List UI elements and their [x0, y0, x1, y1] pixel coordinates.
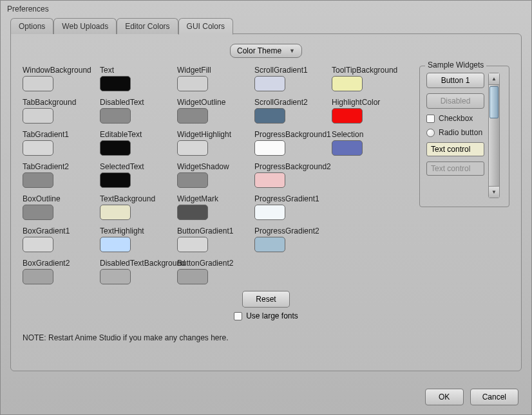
color-swatch-text[interactable] [100, 76, 131, 91]
swatch-label: Text [100, 66, 176, 75]
sample-legend: Sample Widgets [425, 60, 486, 69]
swatch-label: WidgetFill [177, 66, 253, 75]
preferences-window: Preferences Options Web Uploads Editor C… [0, 0, 532, 415]
swatch-label: WidgetMark [177, 194, 253, 203]
tab-editor-colors[interactable]: Editor Colors [117, 18, 178, 34]
swatch-label: ButtonGradient1 [177, 226, 253, 235]
color-theme-dropdown[interactable]: Color Theme ▼ [230, 44, 302, 58]
color-swatch-widgetshadow[interactable] [177, 172, 208, 188]
reset-button[interactable]: Reset [242, 291, 289, 308]
checkbox-box-icon [426, 115, 435, 123]
swatch-label: WidgetHighlight [177, 130, 253, 139]
swatch-label: ProgressBackground1 [254, 130, 330, 139]
tab-strip: Options Web Uploads Editor Colors GUI Co… [10, 18, 522, 34]
color-swatch-progressgradient1[interactable] [254, 205, 285, 220]
radio-circle-icon [426, 129, 435, 137]
scroll-down-icon[interactable]: ▼ [489, 186, 499, 198]
swatch-label: HighlightColor [332, 98, 408, 107]
checkbox-label: Checkbox [439, 114, 473, 123]
color-swatch-progressbackground1[interactable] [254, 140, 285, 156]
swatch-label: TabGradient1 [23, 130, 99, 139]
swatch-label: TabGradient2 [23, 162, 99, 171]
swatch-label: ScrollGradient1 [254, 66, 330, 75]
ok-button[interactable]: OK [425, 389, 464, 405]
color-swatch-scrollgradient2[interactable] [254, 108, 285, 124]
tab-gui-colors[interactable]: GUI Colors [178, 18, 233, 35]
chevron-down-icon: ▼ [289, 48, 295, 54]
color-swatch-widgethighlight[interactable] [177, 140, 208, 156]
dropdown-label: Color Theme [237, 46, 281, 55]
swatch-label: EditableText [100, 130, 176, 139]
color-swatch-selection[interactable] [332, 140, 363, 156]
swatch-label: WidgetShadow [177, 162, 253, 171]
sample-text-control-disabled: Text control [426, 161, 484, 176]
color-swatch-widgetoutline[interactable] [177, 108, 208, 124]
swatch-label: ProgressGradient2 [254, 226, 330, 235]
swatch-label: TextBackground [100, 194, 176, 203]
cancel-button[interactable]: Cancel [470, 389, 518, 405]
swatch-label: BoxGradient1 [23, 226, 99, 235]
swatch-label: DisabledText [100, 98, 176, 107]
restart-note: NOTE: Restart Anime Studio if you make a… [23, 333, 509, 342]
dialog-footer: OK Cancel [425, 389, 518, 405]
swatch-label: ScrollGradient2 [254, 98, 330, 107]
sample-checkbox[interactable]: Checkbox [426, 114, 484, 123]
color-swatch-tabbackground[interactable] [23, 108, 53, 124]
window-title: Preferences [1, 1, 531, 17]
swatch-label: ProgressGradient1 [254, 194, 330, 203]
color-swatch-textbackground[interactable] [100, 205, 131, 220]
scroll-thumb[interactable] [489, 86, 499, 118]
color-swatch-disabledtextbackground[interactable] [100, 269, 131, 284]
color-swatch-disabledtext[interactable] [100, 108, 131, 124]
large-fonts-checkbox[interactable]: Use large fonts [23, 311, 509, 320]
radio-label: Radio button [439, 128, 482, 137]
sample-scrollbar[interactable]: ▲ ▼ [488, 73, 500, 198]
sample-radio[interactable]: Radio button [426, 128, 484, 137]
swatch-label: ToolTipBackground [332, 66, 408, 75]
swatch-label: WindowBackground [23, 66, 99, 75]
swatch-label: WidgetOutline [177, 98, 253, 107]
sample-widgets-group: Sample Widgets Button 1 Disabled Checkbo… [419, 66, 509, 207]
color-swatch-scrollgradient1[interactable] [254, 76, 285, 91]
color-swatch-boxgradient2[interactable] [23, 269, 53, 284]
swatch-label: TextHighlight [100, 226, 176, 235]
color-swatch-highlightcolor[interactable] [332, 108, 363, 124]
tab-web-uploads[interactable]: Web Uploads [53, 18, 117, 34]
swatch-label: ProgressBackground2 [254, 162, 330, 171]
color-swatch-windowbackground[interactable] [23, 76, 53, 91]
sample-text-control[interactable]: Text control [426, 142, 484, 156]
color-swatch-tabgradient2[interactable] [23, 172, 53, 188]
color-swatch-widgetfill[interactable] [177, 76, 208, 91]
color-swatch-boxoutline[interactable] [23, 205, 53, 220]
large-fonts-label: Use large fonts [246, 311, 298, 320]
color-swatch-progressgradient2[interactable] [254, 237, 285, 252]
checkbox-box-icon [234, 312, 242, 320]
swatch-label: Selection [332, 130, 408, 139]
color-swatch-texthighlight[interactable] [100, 237, 131, 252]
swatch-label: ButtonGradient2 [177, 259, 253, 268]
tab-panel: Color Theme ▼ WindowBackgroundTextWidget… [10, 33, 522, 371]
color-swatch-boxgradient1[interactable] [23, 237, 53, 252]
tab-options[interactable]: Options [10, 18, 53, 34]
color-swatch-editabletext[interactable] [100, 140, 131, 156]
color-swatch-tooltipbackground[interactable] [332, 76, 363, 91]
swatch-label: DisabledTextBackground [100, 259, 176, 268]
sample-button-1[interactable]: Button 1 [426, 73, 484, 88]
swatch-label: SelectedText [100, 162, 176, 171]
sample-disabled-button: Disabled [426, 93, 484, 109]
swatch-grid: WindowBackgroundTextWidgetFillScrollGrad… [23, 66, 408, 288]
color-swatch-selectedtext[interactable] [100, 172, 131, 188]
color-swatch-widgetmark[interactable] [177, 205, 208, 220]
color-swatch-tabgradient1[interactable] [23, 140, 53, 156]
color-swatch-buttongradient2[interactable] [177, 269, 208, 284]
color-swatch-buttongradient1[interactable] [177, 237, 208, 252]
swatch-label: BoxGradient2 [23, 259, 99, 268]
color-swatch-progressbackground2[interactable] [254, 172, 285, 188]
scroll-up-icon[interactable]: ▲ [489, 73, 499, 85]
swatch-label: TabBackground [23, 98, 99, 107]
swatch-label: BoxOutline [23, 194, 99, 203]
